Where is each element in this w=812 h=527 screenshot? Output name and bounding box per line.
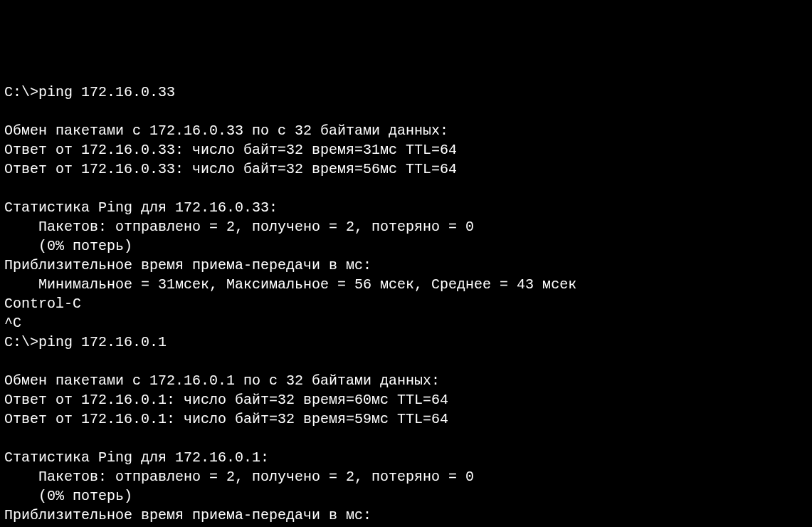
terminal-line: Control-C	[4, 294, 808, 313]
terminal-line: Статистика Ping для 172.16.0.33:	[4, 198, 808, 217]
terminal-line: (0% потерь)	[4, 236, 808, 256]
terminal-line: ^C	[4, 313, 808, 333]
terminal-line: C:\>ping 172.16.0.33	[4, 83, 808, 102]
terminal-line: Ответ от 172.16.0.33: число байт=32 врем…	[4, 160, 808, 179]
terminal-line: Пакетов: отправлено = 2, получено = 2, п…	[4, 217, 808, 236]
terminal-line	[4, 102, 808, 121]
terminal-line: C:\>ping 172.16.0.1	[4, 333, 808, 352]
terminal-line: Ответ от 172.16.0.1: число байт=32 время…	[4, 390, 808, 409]
terminal-line: Обмен пакетами с 172.16.0.33 по с 32 бай…	[4, 121, 808, 140]
terminal-line: Приблизительное время приема-передачи в …	[4, 256, 808, 275]
terminal-line: Приблизительное время приема-передачи в …	[4, 506, 808, 525]
terminal-line: Статистика Ping для 172.16.0.1:	[4, 448, 808, 467]
terminal-line	[4, 352, 808, 371]
terminal-line: Пакетов: отправлено = 2, получено = 2, п…	[4, 467, 808, 486]
terminal-line: Обмен пакетами с 172.16.0.1 по с 32 байт…	[4, 371, 808, 390]
terminal-line: (0% потерь)	[4, 486, 808, 506]
terminal-line: Ответ от 172.16.0.1: число байт=32 время…	[4, 409, 808, 429]
terminal-line	[4, 179, 808, 198]
terminal-line	[4, 429, 808, 448]
terminal-line: Минимальное = 31мсек, Максимальное = 56 …	[4, 275, 808, 294]
terminal-output[interactable]: C:\>ping 172.16.0.33 Обмен пакетами с 17…	[4, 83, 808, 527]
terminal-line: Ответ от 172.16.0.33: число байт=32 врем…	[4, 140, 808, 160]
